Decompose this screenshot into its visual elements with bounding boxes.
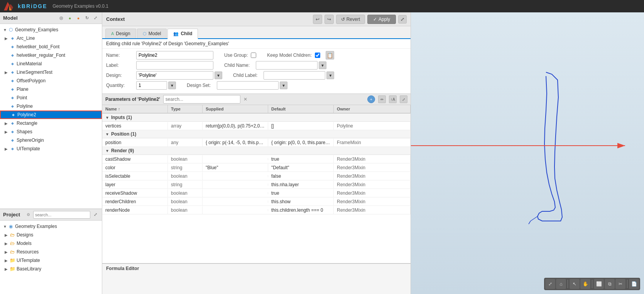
table-row[interactable]: renderNode boolean this.children.length … bbox=[102, 206, 411, 214]
tree-item-arc-line[interactable]: ▶ ◆ Arc_Line bbox=[0, 34, 102, 42]
cell-renderchildren-type: boolean bbox=[168, 198, 203, 206]
child-name-input[interactable] bbox=[256, 61, 318, 70]
table-row[interactable]: castShadow boolean true Render3Mixin bbox=[102, 155, 411, 163]
quantity-expand-btn[interactable]: ▼ bbox=[168, 82, 176, 89]
params-sort-asc-icon[interactable]: ↑A bbox=[389, 95, 397, 103]
point-icon: ◆ bbox=[9, 95, 15, 101]
toolbar-frame-btn[interactable]: ⬜ bbox=[594, 279, 604, 289]
proj-item-designs[interactable]: ▶ 🗁 Designs bbox=[0, 231, 102, 239]
tree-item-polyline2[interactable]: ▶ ◆ Polyline2 bbox=[0, 110, 102, 119]
table-row[interactable]: position any { origin: p(-14, -5, 0, thi… bbox=[102, 138, 411, 147]
table-header: Name ↑ Type Supplied Default Owner bbox=[102, 105, 411, 114]
child-label-expand-btn[interactable]: ▼ bbox=[326, 71, 334, 79]
child-name-expand-btn[interactable]: ▼ bbox=[319, 61, 326, 69]
model-expand-icon[interactable]: ⤢ bbox=[92, 15, 99, 22]
model-icon-3[interactable]: ● bbox=[75, 15, 82, 22]
tree-item-line-segment[interactable]: ▶ ◆ LineSegmentTest bbox=[0, 68, 102, 76]
cell-position-name: position bbox=[102, 139, 168, 146]
undo-button[interactable]: ↩ bbox=[313, 15, 322, 24]
model-icon-1[interactable]: ◎ bbox=[58, 15, 65, 22]
tab-model[interactable]: ⬡ Model bbox=[137, 29, 167, 38]
plane-label: Plane bbox=[17, 87, 29, 92]
cell-color-default: "Default" bbox=[268, 164, 334, 172]
table-row[interactable]: layer string this.nha.layer Render3Mixin bbox=[102, 180, 411, 189]
polyline2-icon: ◆ bbox=[10, 112, 16, 118]
cell-position-supplied: { origin: p(-14, -5, 0, this.pare... bbox=[203, 139, 268, 146]
context-expand-button[interactable]: ⤢ bbox=[398, 15, 407, 24]
name-input[interactable] bbox=[136, 51, 213, 59]
tree-item-sphere-origin[interactable]: ▶ ◆ SphereOrigin bbox=[0, 136, 102, 144]
redo-button[interactable]: ↪ bbox=[325, 15, 334, 24]
helvetiker-bold-label: helvetiker_bold_Font bbox=[17, 44, 59, 49]
table-row[interactable]: vertices array return[p(0,0,0), p(0.75+2… bbox=[102, 122, 411, 130]
use-group-checkbox[interactable] bbox=[251, 53, 256, 58]
project-panel-title: Project bbox=[3, 212, 23, 218]
design-input[interactable] bbox=[136, 71, 213, 80]
toolbar-separator-1 bbox=[568, 280, 568, 288]
project-panel-header: Project ⚙ ⤢ bbox=[0, 209, 102, 221]
table-row[interactable]: isSelectable boolean false Render3Mixin bbox=[102, 172, 411, 180]
apply-button[interactable]: ✓ Apply bbox=[367, 15, 396, 24]
tree-item-helvetiker-bold[interactable]: ▶ ◆ helvetiker_bold_Font bbox=[0, 42, 102, 51]
polyline-icon: ◆ bbox=[9, 103, 15, 109]
section-render: ▼ Render (9) bbox=[102, 147, 411, 155]
tab-design[interactable]: A Design bbox=[105, 29, 136, 38]
viewport: search . bbox=[411, 12, 644, 294]
params-clear-icon[interactable]: ✕ bbox=[243, 97, 247, 102]
keep-model-children-checkbox[interactable] bbox=[315, 53, 320, 58]
design-expand-btn[interactable]: ▼ bbox=[215, 71, 222, 79]
project-search-input[interactable] bbox=[33, 211, 90, 219]
tree-item-point[interactable]: ▶ ◆ Point bbox=[0, 93, 102, 102]
table-row[interactable]: renderChildren boolean this.show Render3… bbox=[102, 197, 411, 206]
design-set-input[interactable] bbox=[217, 81, 279, 90]
col-default: Default bbox=[268, 105, 334, 113]
toolbar-home-btn[interactable]: ⌂ bbox=[556, 279, 566, 289]
tree-item-rectangle[interactable]: ▶ ◆ Rectangle bbox=[0, 119, 102, 127]
form-doc-button[interactable]: 📋 bbox=[326, 51, 334, 59]
cell-receiveshadow-owner: Render3Mixin bbox=[334, 189, 411, 197]
tree-item-line-material[interactable]: ▶ ◆ LineMaterial bbox=[0, 59, 102, 68]
params-expand-icon[interactable]: ⤢ bbox=[400, 95, 407, 103]
model-refresh-icon[interactable]: ↻ bbox=[83, 15, 90, 22]
table-row[interactable]: receiveShadow boolean true Render3Mixin bbox=[102, 189, 411, 197]
tree-item-geometry-examples[interactable]: ▼ ⬡ Geometry_Examples bbox=[0, 25, 102, 34]
tree-item-ui-template-model[interactable]: ▶ ◆ UITemplate bbox=[0, 144, 102, 153]
parameters-search-input[interactable] bbox=[163, 95, 240, 104]
tree-item-polyline[interactable]: ▶ ◆ Polyline bbox=[0, 102, 102, 110]
model-icon-2[interactable]: ● bbox=[66, 15, 73, 22]
cell-rendernode-name: renderNode bbox=[102, 206, 168, 214]
name-label: Name: bbox=[106, 53, 133, 58]
design-set-expand-btn[interactable]: ▼ bbox=[280, 82, 287, 89]
params-edit-icon[interactable]: ✏ bbox=[378, 95, 386, 103]
toolbar-doc-btn[interactable]: 📄 bbox=[629, 279, 639, 289]
col-owner: Owner bbox=[334, 105, 411, 113]
params-add-icon[interactable]: + bbox=[367, 95, 375, 103]
tree-item-offset-polygon[interactable]: ▶ ◆ OffsetPolygon bbox=[0, 76, 102, 85]
proj-item-resources[interactable]: ▶ 🗁 Resources bbox=[0, 248, 102, 256]
tree-item-shapes[interactable]: ▶ ◆ Shapes bbox=[0, 127, 102, 136]
toolbar-pan-btn[interactable]: ✋ bbox=[580, 279, 590, 289]
proj-item-models[interactable]: ▶ 🗁 Models bbox=[0, 239, 102, 248]
proj-item-uitemplate[interactable]: ▶ 📁 UITemplate bbox=[0, 256, 102, 265]
tab-child[interactable]: 👥 Child bbox=[167, 29, 198, 39]
child-label-input[interactable] bbox=[264, 71, 325, 80]
tree-item-plane[interactable]: ▶ ◆ Plane bbox=[0, 85, 102, 93]
cell-castshadow-name: castShadow bbox=[102, 155, 168, 163]
toolbar-expand-btn[interactable]: ⤢ bbox=[545, 279, 555, 289]
project-settings-icon[interactable]: ⚙ bbox=[25, 211, 32, 218]
proj-item-baselibrary[interactable]: ▶ 📁 BaseLibrary bbox=[0, 265, 102, 273]
cell-layer-default: this.nha.layer bbox=[268, 181, 334, 189]
revert-button[interactable]: ↺ Revert bbox=[336, 15, 365, 24]
label-input[interactable] bbox=[136, 61, 213, 70]
shapes-icon: ◆ bbox=[9, 129, 15, 135]
table-row[interactable]: color string "Blue" "Default" Render3Mix… bbox=[102, 163, 411, 172]
project-expand-icon[interactable]: ⤢ bbox=[92, 211, 99, 218]
quantity-input[interactable] bbox=[136, 81, 167, 90]
tree-item-helvetiker-regular[interactable]: ▶ ◆ helvetiker_regular_Font bbox=[0, 51, 102, 59]
toolbar-cut-btn[interactable]: ✂ bbox=[615, 279, 625, 289]
toolbar-cursor-btn[interactable]: ↖ bbox=[570, 279, 580, 289]
svg-marker-0 bbox=[4, 2, 9, 10]
cell-rendernode-owner: Render3Mixin bbox=[334, 206, 411, 214]
proj-item-geometry-examples[interactable]: ▼ ◉ Geometry Examples bbox=[0, 222, 102, 231]
toolbar-layers-btn[interactable]: ⧉ bbox=[605, 279, 615, 289]
